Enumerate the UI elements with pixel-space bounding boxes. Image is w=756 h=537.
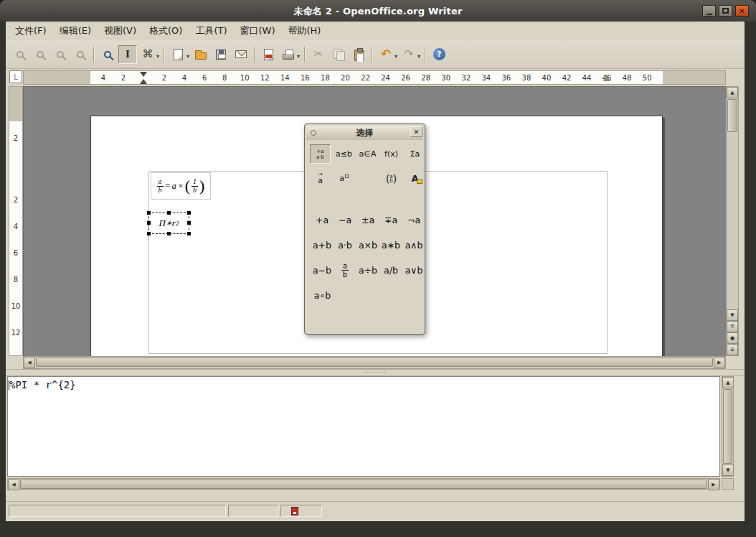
category-functions[interactable]: f(x) xyxy=(381,144,402,164)
selection-handle[interactable] xyxy=(187,221,191,225)
indent-marker-icon[interactable] xyxy=(140,72,147,77)
formula-object-1[interactable]: a b = a × ( 1 b ) xyxy=(151,172,211,200)
template-neg-a[interactable]: ¬a xyxy=(402,209,425,230)
horizontal-scrollbar[interactable]: ◀ ▶ xyxy=(23,356,726,369)
zoom-out-button[interactable] xyxy=(31,45,49,64)
redo-button[interactable]: ↷ xyxy=(400,45,418,64)
scroll-left-button[interactable]: ◀ xyxy=(24,357,35,368)
category-relations[interactable]: a≤b xyxy=(334,144,354,164)
export-pdf-button[interactable] xyxy=(259,45,278,64)
template-a-div-b[interactable]: a÷b xyxy=(356,259,379,281)
template-a-circ-b[interactable]: a∘b xyxy=(311,284,334,306)
selection-handle[interactable] xyxy=(167,232,171,235)
tab-type-selector[interactable]: L xyxy=(9,70,22,83)
category-brackets[interactable]: ( a b ) xyxy=(381,169,402,188)
template-plusminus-a[interactable]: ±a xyxy=(356,209,379,230)
dialog-title-bar[interactable]: 选择 xyxy=(306,126,423,140)
next-page-button[interactable]: ⇊ xyxy=(727,344,738,355)
editor-vertical-scrollbar[interactable]: ▲ ▼ xyxy=(722,376,734,477)
category-set-operations[interactable]: a∈A xyxy=(357,144,378,164)
template-a-or-b[interactable]: a∨b xyxy=(402,259,425,281)
template-a-minus-b[interactable]: a−b xyxy=(311,259,334,281)
template-a-slash-b[interactable]: a/b xyxy=(379,259,402,281)
selection-dialog: 选择 ✕ +a a·b a≤b a∈A f(x) Σa → a a ( a b … xyxy=(304,123,425,335)
print-button[interactable] xyxy=(279,45,298,64)
zoom-in-icon xyxy=(16,51,24,58)
menu-window[interactable]: 窗口(W) xyxy=(234,22,282,40)
template-plus-a[interactable]: +a xyxy=(311,209,334,230)
paste-button[interactable] xyxy=(349,45,368,64)
previous-page-button[interactable]: ⇈ xyxy=(727,321,738,332)
scrollbar-thumb[interactable] xyxy=(36,358,713,367)
template-a-over-b[interactable]: a b xyxy=(334,259,356,281)
undo-button[interactable]: ↶ xyxy=(377,45,395,64)
open-button[interactable] xyxy=(192,45,210,64)
zoom-all-button[interactable] xyxy=(71,45,90,64)
help-button[interactable]: ? xyxy=(430,45,448,64)
cut-button[interactable]: ✂ xyxy=(309,45,328,64)
scroll-right-button[interactable]: ▶ xyxy=(708,479,719,490)
category-operators[interactable]: Σa xyxy=(405,144,425,164)
selection-handle[interactable] xyxy=(167,211,171,215)
save-button[interactable] xyxy=(212,45,230,64)
scroll-down-button[interactable]: ▼ xyxy=(727,309,738,321)
template-a-cdot-b[interactable]: a·b xyxy=(334,234,356,256)
dialog-close-button[interactable]: ✕ xyxy=(410,126,422,137)
formula-object-selected[interactable]: Π ∗ r 2 xyxy=(148,213,189,234)
editor-splitter[interactable]: ······· xyxy=(6,369,745,376)
editor-horizontal-scrollbar[interactable]: ◀ ▶ xyxy=(7,478,720,490)
ruler-number: 34 xyxy=(481,74,491,82)
scroll-down-button[interactable]: ▼ xyxy=(722,464,734,476)
menu-format[interactable]: 格式(O) xyxy=(143,22,189,40)
scroll-up-button[interactable]: ▲ xyxy=(727,87,738,98)
template-a-star-b[interactable]: a∗b xyxy=(379,234,402,256)
zoom-100-button[interactable] xyxy=(51,45,70,64)
resize-corner[interactable] xyxy=(722,478,734,490)
scroll-up-button[interactable]: ▲ xyxy=(722,377,734,388)
scrollbar-thumb[interactable] xyxy=(20,480,707,489)
horizontal-ruler[interactable]: 4224681012141618202224262830323436384042… xyxy=(23,70,726,85)
template-a-times-b[interactable]: a×b xyxy=(356,234,379,256)
menu-help[interactable]: 帮助(H) xyxy=(282,22,328,40)
minimize-button[interactable] xyxy=(702,5,716,17)
selection-handle[interactable] xyxy=(147,232,151,235)
category-unary-binary-operators[interactable]: +a a·b xyxy=(310,144,331,164)
symbols-catalog-button[interactable]: ⌘ xyxy=(138,45,157,64)
template-minus-a[interactable]: −a xyxy=(334,209,356,230)
template-a-and-b[interactable]: a∧b xyxy=(402,234,425,256)
toolbar-separator xyxy=(254,47,255,62)
scrollbar-thumb[interactable] xyxy=(727,99,737,132)
selection-handle[interactable] xyxy=(187,211,191,215)
scroll-right-button[interactable]: ▶ xyxy=(714,357,725,368)
indent-marker-icon[interactable] xyxy=(140,79,147,84)
new-document-button[interactable] xyxy=(169,45,187,64)
scrollbar-thumb[interactable] xyxy=(723,389,732,464)
navigation-button[interactable]: ● xyxy=(727,332,738,344)
menu-view[interactable]: 视图(V) xyxy=(98,22,143,40)
title-bar[interactable]: 未命名 2 - OpenOffice.org Writer ✕ xyxy=(0,0,756,22)
menu-edit[interactable]: 编辑(E) xyxy=(53,22,98,40)
zoom-in-button[interactable] xyxy=(11,45,29,64)
maximize-button[interactable] xyxy=(719,5,732,17)
menu-tools[interactable]: 工具(T) xyxy=(189,22,233,40)
selection-handle[interactable] xyxy=(187,232,191,235)
copy-button[interactable] xyxy=(329,45,348,64)
scroll-left-button[interactable]: ◀ xyxy=(8,479,19,490)
selection-handle[interactable] xyxy=(147,221,151,225)
vertical-ruler[interactable]: 224681012 xyxy=(9,86,23,356)
category-attributes[interactable]: → a xyxy=(310,169,331,188)
vector-base: a xyxy=(318,176,323,185)
selection-handle[interactable] xyxy=(147,211,151,215)
send-mail-button[interactable] xyxy=(232,45,250,64)
formula-cursor-button[interactable]: I xyxy=(118,45,137,64)
right-indent-marker-icon[interactable] xyxy=(603,75,610,81)
template-minusplus-a[interactable]: ∓a xyxy=(379,209,402,230)
menu-file[interactable]: 文件(F) xyxy=(9,22,53,40)
template-a-plus-b[interactable]: a+b xyxy=(311,234,334,256)
category-others[interactable]: A xyxy=(405,169,425,188)
close-button[interactable]: ✕ xyxy=(735,5,749,17)
update-view-button[interactable] xyxy=(98,45,117,64)
command-input[interactable]: %PI * r^{2} xyxy=(7,376,720,477)
category-formats[interactable]: a xyxy=(334,169,354,188)
vertical-scrollbar[interactable]: ▲ ▼ ⇈ ● ⇊ xyxy=(726,86,739,356)
